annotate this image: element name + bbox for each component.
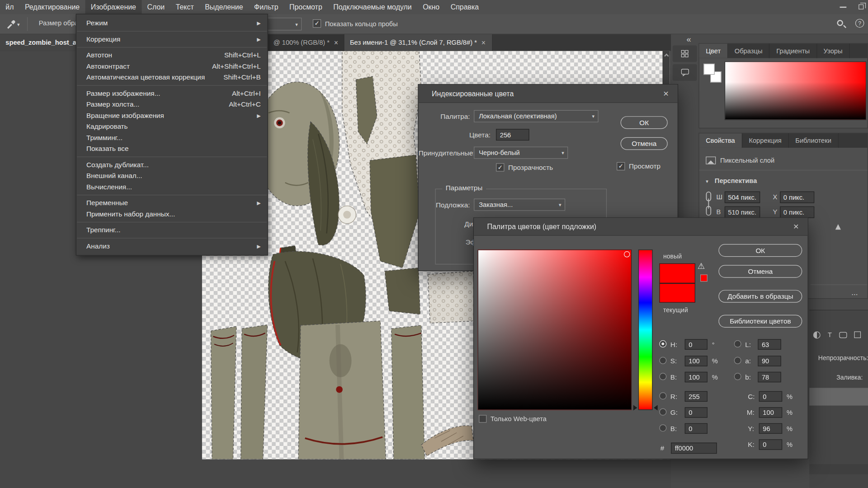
a-field[interactable]: 90 xyxy=(758,356,781,366)
x-field[interactable]: 0 пикс. xyxy=(780,192,814,203)
color-field-marker[interactable] xyxy=(624,251,630,257)
width-field[interactable]: 504 пикс. xyxy=(725,192,760,203)
selected-layer-row[interactable] xyxy=(809,388,868,405)
help-button[interactable]: ? xyxy=(855,19,864,28)
menu-item-auto-contrast[interactable]: АвтоконтрастAlt+Shift+Ctrl+L xyxy=(76,61,267,72)
type-filter-icon[interactable]: T xyxy=(825,330,835,339)
menu-item-image-rotation[interactable]: Вращение изображения▶ xyxy=(76,110,267,121)
tab-swatches[interactable]: Образцы xyxy=(728,44,769,58)
gamut-warning-icon[interactable]: ⚠ xyxy=(698,261,705,271)
scroll-up-icon[interactable] xyxy=(664,53,669,58)
b2-field[interactable]: 0 xyxy=(685,423,708,434)
hue-marker-left-icon[interactable] xyxy=(633,405,637,410)
menu-item-apply-data-set[interactable]: Применить набор данных... xyxy=(76,209,267,220)
menu-item-reveal-all[interactable]: Показать все xyxy=(76,143,267,154)
section-chevron-icon[interactable]: ▾ xyxy=(706,179,708,184)
colors-field[interactable]: 256 xyxy=(496,129,529,141)
l-radio[interactable] xyxy=(734,340,741,347)
g-field[interactable]: 0 xyxy=(685,407,708,418)
menu-item-calculations[interactable]: Вычисления... xyxy=(76,182,267,192)
tab-patterns[interactable]: Узоры xyxy=(817,44,850,58)
menu-image[interactable]: Изображение xyxy=(85,0,142,14)
forced-dropdown[interactable]: Черно-белый ▾ xyxy=(474,146,568,159)
g-radio[interactable] xyxy=(659,408,666,416)
l-field[interactable]: 63 xyxy=(758,339,781,350)
dialog-titlebar[interactable]: Палитра цветов (цвет подложки) × xyxy=(474,218,807,235)
s-radio[interactable] xyxy=(659,357,666,364)
menu-item-crop[interactable]: Кадрировать xyxy=(76,121,267,132)
transparency-checkbox[interactable]: ✓ xyxy=(496,163,504,171)
web-only-checkbox[interactable] xyxy=(479,415,486,422)
foreground-color-swatch[interactable] xyxy=(703,64,714,75)
s-field[interactable]: 100 xyxy=(685,356,708,366)
saturation-brightness-field[interactable] xyxy=(478,249,632,410)
height-field[interactable]: 510 пикс. xyxy=(725,206,760,218)
ok-button[interactable]: ОК xyxy=(718,244,802,257)
cancel-button[interactable]: Отмена xyxy=(718,265,802,278)
perspective-icon[interactable] xyxy=(835,224,841,230)
menu-select[interactable]: Выделение xyxy=(199,0,249,14)
lab-b-radio[interactable] xyxy=(734,373,741,380)
menu-item-trim[interactable]: Тримминг... xyxy=(76,132,267,143)
b-field[interactable]: 100 xyxy=(685,372,708,382)
menu-item-canvas-size[interactable]: Размер холста...Alt+Ctrl+C xyxy=(76,99,267,110)
preview-checkbox[interactable]: ✓ xyxy=(617,162,625,170)
menu-item-analysis[interactable]: Анализ▶ xyxy=(76,241,267,252)
r-radio[interactable] xyxy=(659,392,666,399)
y-cmyk-field[interactable]: 96 xyxy=(759,423,782,434)
b-radio[interactable] xyxy=(659,373,666,380)
link-dimensions-icon[interactable] xyxy=(705,191,712,217)
menu-edit[interactable]: Редактирование xyxy=(19,0,85,14)
menu-type[interactable]: Текст xyxy=(170,0,199,14)
adjustment-filter-icon[interactable] xyxy=(811,330,821,339)
active-tool-button[interactable]: ▾ xyxy=(3,17,28,31)
m-field[interactable]: 100 xyxy=(759,407,782,418)
menu-item-duplicate[interactable]: Создать дубликат... xyxy=(76,160,267,170)
close-tab-icon[interactable]: × xyxy=(334,38,338,47)
close-dialog-icon[interactable]: × xyxy=(793,222,799,231)
ok-button[interactable]: ОК xyxy=(621,116,668,129)
transparency-option[interactable]: ✓ Прозрачность xyxy=(496,163,553,171)
tab-gradients[interactable]: Градиенты xyxy=(769,44,816,58)
y-field[interactable]: 0 пикс. xyxy=(780,206,814,218)
b2-radio[interactable] xyxy=(659,424,666,432)
menu-item-mode[interactable]: Режим▶ xyxy=(76,18,267,28)
dialog-titlebar[interactable]: Индексированные цвета × xyxy=(419,84,678,103)
color-libraries-button[interactable]: Библиотеки цветов xyxy=(718,315,802,328)
web-safe-swatch[interactable] xyxy=(700,274,708,282)
dock-preview-button[interactable] xyxy=(673,45,697,62)
menu-item-adjustments[interactable]: Коррекция▶ xyxy=(76,34,267,45)
h-radio[interactable] xyxy=(659,340,666,347)
h-field[interactable]: 0 xyxy=(685,339,708,350)
foreground-background-swatches[interactable] xyxy=(703,64,726,87)
menu-item-auto-color[interactable]: Автоматическая цветовая коррекцияShift+C… xyxy=(76,72,267,83)
tab-color[interactable]: Цвет xyxy=(699,44,728,58)
menu-window[interactable]: Окно xyxy=(417,0,445,14)
smart-object-filter-icon[interactable] xyxy=(853,330,863,339)
add-to-swatches-button[interactable]: Добавить в образцы xyxy=(718,290,802,303)
panel-menu-icon[interactable]: ... xyxy=(851,288,858,297)
menu-file[interactable]: йл xyxy=(0,0,19,14)
current-color-swatch[interactable] xyxy=(659,283,695,303)
transform-section-label[interactable]: Перспектива xyxy=(715,177,757,185)
probe-ring-option[interactable]: ✓ Показать кольцо пробы xyxy=(313,19,398,28)
hex-field[interactable]: ff0000 xyxy=(671,443,717,454)
collapse-panels-icon[interactable]: « xyxy=(686,34,691,44)
close-tab-icon[interactable]: × xyxy=(481,38,486,47)
menu-item-trap[interactable]: Треппинг... xyxy=(76,225,267,235)
probe-ring-checkbox[interactable]: ✓ xyxy=(313,19,321,28)
lab-b-field[interactable]: 78 xyxy=(758,372,781,382)
hue-slider[interactable] xyxy=(638,249,653,410)
hue-marker-right-icon[interactable] xyxy=(654,405,658,410)
tab-libraries[interactable]: Библиотеки xyxy=(789,133,839,148)
menu-item-apply-image[interactable]: Внешний канал... xyxy=(76,170,267,181)
menu-plugins[interactable]: Подключаемые модули xyxy=(328,0,417,14)
k-field[interactable]: 0 xyxy=(759,439,782,450)
preview-option[interactable]: ✓ Просмотр xyxy=(617,162,660,170)
r-field[interactable]: 255 xyxy=(685,391,708,402)
minimize-button[interactable] xyxy=(835,0,852,14)
search-button[interactable] xyxy=(837,20,843,26)
shape-filter-icon[interactable] xyxy=(838,330,848,339)
doc-tab-untitled[interactable]: Без имени-1 @ 31,1% (Слой 7, RGB/8#) * × xyxy=(344,34,493,51)
matte-dropdown[interactable]: Заказная... ▾ xyxy=(474,199,565,211)
